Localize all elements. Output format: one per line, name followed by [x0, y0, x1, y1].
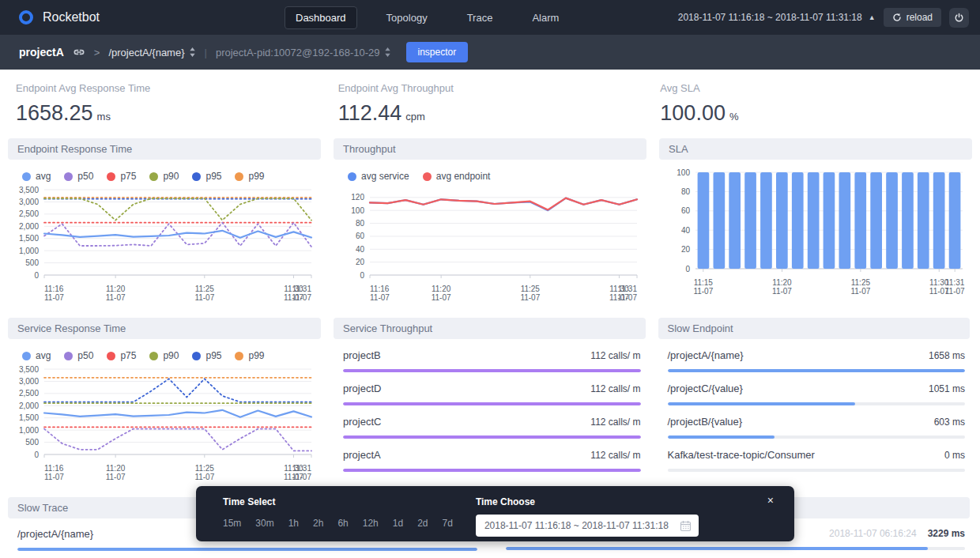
list-item[interactable]: /projectB/{value}603 ms [668, 405, 966, 439]
svg-text:11-07: 11-07 [44, 473, 64, 481]
nav-tab-dashboard[interactable]: Dashboard [285, 6, 357, 29]
legend-label: p50 [77, 171, 93, 182]
item-value: 112 calls/ m [590, 350, 640, 361]
sla-card: SLA 02040608010011:1511-0711:2011-0711:2… [659, 138, 972, 302]
legend-item-p75[interactable]: p75 [107, 350, 136, 361]
item-bar-fill [668, 435, 775, 439]
legend-item-p50[interactable]: p50 [64, 171, 93, 182]
card-title: Throughput [334, 138, 646, 160]
charts-row-1: Endpoint Response Time avgp50p75p90p95p9… [8, 138, 970, 302]
endpoint-selector[interactable]: /projectA/{name} [108, 47, 195, 58]
metric-unit: cpm [405, 111, 425, 123]
legend-item-avg[interactable]: avg [22, 171, 51, 182]
list-item[interactable]: projectB112 calls/ m [343, 339, 641, 372]
slow-trace-item[interactable]: /projectA/{name}2018-11-07 06:21:253217 … [17, 551, 477, 558]
sla-bar [744, 172, 756, 269]
time-option-6h[interactable]: 6h [337, 518, 348, 529]
reload-label: reload [906, 12, 933, 23]
caret-up-icon: ▲ [869, 13, 876, 21]
inspector-button[interactable]: inspector [406, 42, 469, 62]
item-bar-track [668, 469, 966, 472]
item-value: 1658 ms [929, 350, 965, 361]
line-chart-svg: 05001,0001,5002,0002,5003,0003,50011:161… [8, 183, 321, 302]
legend-dot [22, 352, 31, 360]
instance-selector-value: projectA-pid:10072@192-168-10-29 [216, 47, 380, 58]
sla-bar [918, 172, 929, 269]
legend-item-p99[interactable]: p99 [235, 350, 264, 361]
item-bar-fill [343, 369, 641, 372]
legend-label: avg [36, 350, 51, 361]
time-option-30m[interactable]: 30m [255, 518, 273, 529]
time-option-1d[interactable]: 1d [393, 518, 403, 529]
legend-item-avg-service[interactable]: avg service [348, 171, 409, 182]
list-item[interactable]: /projectC/{value}1051 ms [668, 372, 966, 405]
series-p50 [44, 429, 311, 451]
svg-text:3,500: 3,500 [19, 186, 39, 194]
line-chart-svg: 05001,0001,5002,0002,5003,0003,50011:161… [8, 363, 321, 481]
nav-tab-alarm[interactable]: Alarm [522, 7, 569, 28]
trace-bar-fill [17, 548, 477, 551]
legend-item-p95[interactable]: p95 [192, 350, 221, 361]
legend-item-p99[interactable]: p99 [235, 171, 264, 182]
time-range-input[interactable]: 2018-11-07 11:16:18 ~ 2018-11-07 11:31:1… [476, 515, 699, 537]
svg-text:0: 0 [360, 271, 364, 280]
svg-text:11-07: 11-07 [194, 293, 214, 302]
sort-arrows-icon [189, 47, 196, 57]
legend-item-p95[interactable]: p95 [192, 171, 221, 182]
instance-selector[interactable]: projectA-pid:10072@192-168-10-29 [216, 47, 391, 58]
item-name: /projectA/{name} [668, 349, 744, 361]
time-option-7d[interactable]: 7d [443, 518, 453, 529]
list-item[interactable]: projectD112 calls/ m [343, 372, 641, 405]
slow-trace-item[interactable]: /projectA/{name}2018-11-07 06:19:083208 … [506, 551, 966, 558]
reload-icon [892, 13, 902, 22]
svg-text:11-07: 11-07 [772, 287, 792, 296]
slow-trace-line: /projectA/{name}2018-11-07 06:19:083208 … [506, 551, 966, 558]
legend-label: p95 [205, 350, 221, 361]
legend-item-avg-endpoint[interactable]: avg endpoint [423, 171, 491, 182]
time-select-section: Time Select 15m30m1h2h6h12h1d2d7d [223, 496, 453, 541]
svg-text:100: 100 [351, 206, 364, 215]
series-avg-service [370, 198, 637, 211]
metric-unit: ms [97, 111, 111, 123]
legend-item-p75[interactable]: p75 [107, 171, 136, 182]
power-button[interactable] [949, 8, 969, 28]
card-title: Service Throughput [334, 318, 646, 339]
time-option-2d[interactable]: 2d [417, 518, 428, 529]
time-range-toggle[interactable]: 2018-11-07 11:16:18 ~ 2018-11-07 11:31:1… [678, 12, 876, 23]
legend-label: p50 [77, 350, 93, 361]
legend-item-p90[interactable]: p90 [149, 171, 179, 182]
item-bar-track [668, 369, 966, 372]
svg-text:40: 40 [356, 245, 365, 254]
sla-bar [714, 172, 726, 269]
divider: | [205, 47, 207, 58]
list-item[interactable]: projectA112 calls/ m [343, 439, 641, 472]
close-icon[interactable]: × [767, 495, 774, 506]
legend-item-avg[interactable]: avg [22, 350, 51, 361]
list-item-line: /projectC/{value}1051 ms [668, 372, 966, 402]
time-option-1h[interactable]: 1h [288, 518, 299, 529]
svg-text:3,000: 3,000 [19, 198, 39, 206]
card-title: Slow Endpoint [658, 318, 971, 339]
svg-text:1,000: 1,000 [19, 426, 39, 435]
item-value: 603 ms [934, 417, 965, 428]
sla-bar [808, 172, 820, 269]
time-option-12h[interactable]: 12h [363, 518, 379, 529]
svg-text:11:20: 11:20 [432, 285, 451, 293]
reload-button[interactable]: reload [884, 8, 941, 27]
svg-text:0: 0 [34, 451, 39, 459]
legend-dot [149, 352, 158, 360]
item-bar-fill [668, 402, 855, 405]
list-item[interactable]: Kafka/test-trace-topic/Consumer0 ms [668, 439, 966, 472]
legend-item-p50[interactable]: p50 [64, 350, 93, 361]
list-item[interactable]: /projectA/{name}1658 ms [668, 339, 966, 372]
list-item[interactable]: projectC112 calls/ m [343, 405, 641, 439]
time-option-2h[interactable]: 2h [313, 518, 323, 529]
item-name: /projectB/{value} [668, 416, 743, 428]
item-bar-fill [668, 369, 966, 372]
sla-bar [886, 172, 898, 269]
nav-tab-topology[interactable]: Topology [376, 7, 438, 28]
time-option-15m[interactable]: 15m [223, 518, 241, 529]
legend-item-p90[interactable]: p90 [149, 350, 179, 361]
nav-tab-trace[interactable]: Trace [457, 7, 503, 28]
item-name: projectA [343, 449, 381, 461]
